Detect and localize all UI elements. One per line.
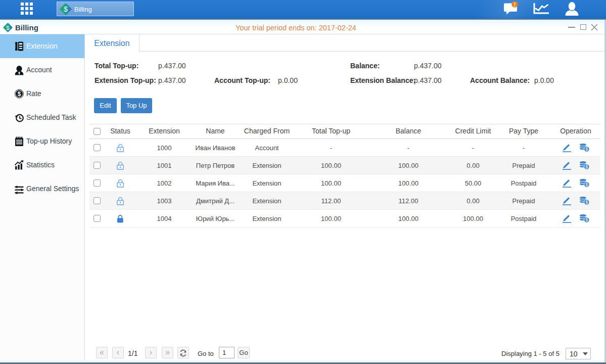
svg-text:!: ! — [514, 2, 516, 8]
svg-text:$: $ — [18, 90, 21, 98]
svg-text:$: $ — [585, 164, 588, 169]
svg-text:$: $ — [585, 217, 588, 222]
svg-text:$: $ — [64, 5, 68, 13]
svg-text:$: $ — [585, 182, 588, 187]
svg-text:$: $ — [585, 200, 588, 205]
svg-text:$: $ — [6, 25, 10, 31]
svg-text:$: $ — [585, 147, 588, 152]
